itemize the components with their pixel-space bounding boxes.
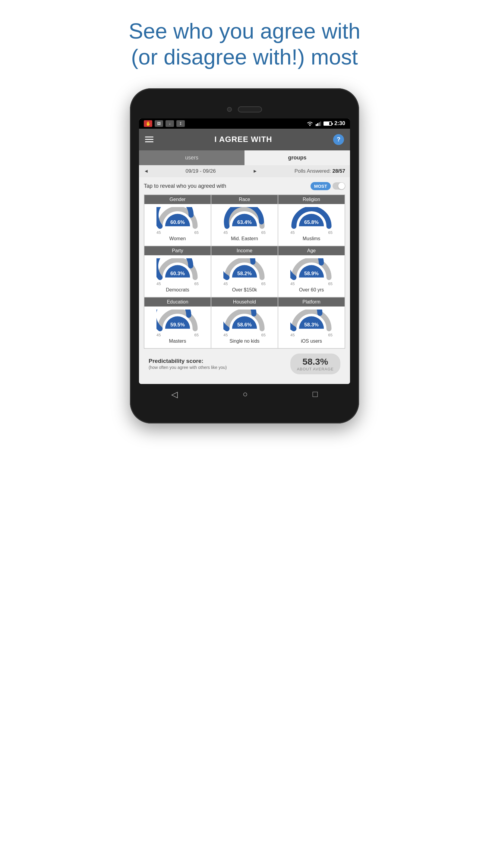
gauge-max: 65 xyxy=(328,333,333,337)
prev-date-arrow[interactable]: ◄ xyxy=(144,168,149,174)
gauge-svg: 58.9% xyxy=(290,258,333,281)
cat-label: Democrats xyxy=(166,287,189,294)
gauge-labels: 45 65 xyxy=(223,230,266,235)
predictability-row: Predictability score: (how often you agr… xyxy=(144,349,345,379)
category-cell-party[interactable]: Party 60.3% 45 65 Democrats xyxy=(144,246,211,297)
status-bar: ✋ 🖼 ↓ ↧ xyxy=(139,119,350,129)
help-button[interactable]: ? xyxy=(333,134,344,145)
home-nav-button[interactable]: ○ xyxy=(243,390,248,399)
tab-users[interactable]: users xyxy=(139,150,245,165)
category-cell-household[interactable]: Household 58.6% 45 65 Single no kids xyxy=(211,297,278,348)
recents-nav-button[interactable]: □ xyxy=(313,390,318,399)
category-cell-income[interactable]: Income 58.2% 45 65 Over $150k xyxy=(211,246,278,297)
pred-label: Predictability score: xyxy=(149,358,227,364)
svg-text:59.5%: 59.5% xyxy=(170,322,185,328)
signal-icon xyxy=(316,121,321,126)
gauge-wrap: 58.6% xyxy=(223,310,266,332)
gauge-svg: 58.2% xyxy=(223,258,266,281)
next-date-arrow[interactable]: ► xyxy=(253,168,257,174)
toggle-switch[interactable]: MOST xyxy=(310,182,345,190)
gauge-container: 60.6% 45 65 Women xyxy=(145,204,211,246)
page-header: See who you agree with (or disagree with… xyxy=(104,0,385,82)
svg-text:63.4%: 63.4% xyxy=(237,219,252,225)
gauge-container: 65.8% 45 65 Muslims xyxy=(278,204,344,246)
hamburger-menu[interactable] xyxy=(145,136,153,142)
cat-label: Masters xyxy=(169,338,186,346)
gauge-min: 45 xyxy=(223,333,227,337)
svg-text:65.8%: 65.8% xyxy=(304,219,319,225)
category-cell-gender[interactable]: Gender 60.6% 45 65 Women xyxy=(144,195,211,246)
svg-text:60.6%: 60.6% xyxy=(170,219,185,225)
gauge-svg: 65.8% xyxy=(290,207,333,230)
cat-label: iOS users xyxy=(301,338,322,346)
gauge-min: 45 xyxy=(156,281,161,286)
category-grid: Gender 60.6% 45 65 Women Race 63.4% 45 6… xyxy=(144,194,345,349)
svg-text:58.6%: 58.6% xyxy=(237,322,252,328)
content-area: Tap to reveal who you agreed with MOST G… xyxy=(139,177,350,384)
gauge-wrap: 65.8% xyxy=(290,207,333,230)
gauge-svg: 60.3% xyxy=(156,258,199,281)
svg-text:58.9%: 58.9% xyxy=(304,271,319,276)
speaker xyxy=(238,106,262,113)
date-range: 09/19 - 09/26 xyxy=(185,168,216,174)
app-title: I AGREE WITH xyxy=(214,135,272,144)
gauge-max: 65 xyxy=(194,230,199,235)
tab-bar: users groups xyxy=(139,150,350,165)
toggle-row: Tap to reveal who you agreed with MOST xyxy=(144,182,345,190)
toggle-most-label: MOST xyxy=(310,182,331,190)
category-cell-education[interactable]: Education 59.5% 45 65 Masters xyxy=(144,297,211,348)
svg-rect-1 xyxy=(316,124,317,126)
cat-header: Household xyxy=(211,298,278,307)
download2-status-icon: ↧ xyxy=(176,120,185,127)
battery-icon xyxy=(324,121,332,126)
cat-header: Education xyxy=(145,298,211,307)
gauge-labels: 45 65 xyxy=(156,281,199,286)
gauge-container: 58.2% 45 65 Over $150k xyxy=(211,255,278,297)
gauge-max: 65 xyxy=(262,333,266,337)
gauge-svg: 58.3% xyxy=(290,310,333,332)
phone-device: ✋ 🖼 ↓ ↧ xyxy=(130,88,359,424)
gauge-min: 45 xyxy=(156,333,161,337)
category-cell-age[interactable]: Age 58.9% 45 65 Over 60 yrs xyxy=(278,246,345,297)
back-nav-button[interactable]: ◁ xyxy=(171,390,178,399)
gauge-min: 45 xyxy=(290,230,295,235)
gauge-min: 45 xyxy=(223,281,227,286)
gauge-wrap: 58.2% xyxy=(223,258,266,281)
gauge-min: 45 xyxy=(223,230,227,235)
gauge-svg: 63.4% xyxy=(223,207,266,230)
gauge-wrap: 58.3% xyxy=(290,310,333,332)
gauge-max: 65 xyxy=(194,281,199,286)
nav-bar: ◁ ○ □ xyxy=(139,384,350,402)
phone-screen: ✋ 🖼 ↓ ↧ xyxy=(139,119,350,384)
tab-groups[interactable]: groups xyxy=(245,150,350,165)
pred-score-sub: ABOUT AVERAGE xyxy=(297,367,334,371)
category-cell-race[interactable]: Race 63.4% 45 65 Mid. Eastern xyxy=(211,195,278,246)
cat-label: Over 60 yrs xyxy=(299,287,324,294)
category-cell-religion[interactable]: Religion 65.8% 45 65 Muslims xyxy=(278,195,345,246)
clock: 2:30 xyxy=(334,120,345,127)
gauge-container: 59.5% 45 65 Masters xyxy=(145,307,211,348)
gauge-svg: 60.6% xyxy=(156,207,199,230)
date-navigation: ◄ 09/19 - 09/26 ► Polls Answered: 28/57 xyxy=(139,165,350,177)
gauge-svg: 59.5% xyxy=(156,310,199,332)
pred-sublabel: (how often you agree with others like yo… xyxy=(149,365,227,370)
cat-header: Race xyxy=(211,195,278,204)
gauge-labels: 45 65 xyxy=(223,281,266,286)
pred-score-value: 58.3% xyxy=(297,356,334,367)
svg-rect-4 xyxy=(320,121,321,126)
gauge-min: 45 xyxy=(156,230,161,235)
cat-header: Income xyxy=(211,246,278,255)
cat-label: Mid. Eastern xyxy=(231,236,258,243)
gauge-wrap: 60.6% xyxy=(156,207,199,230)
gauge-labels: 45 65 xyxy=(290,281,333,286)
toggle-circle[interactable] xyxy=(333,182,345,190)
cat-header: Gender xyxy=(145,195,211,204)
category-cell-platform[interactable]: Platform 58.3% 45 65 iOS users xyxy=(278,297,345,348)
toggle-label: Tap to reveal who you agreed with xyxy=(144,183,226,189)
gauge-max: 65 xyxy=(262,230,266,235)
gauge-min: 45 xyxy=(290,281,295,286)
gauge-container: 58.6% 45 65 Single no kids xyxy=(211,307,278,348)
gauge-wrap: 58.9% xyxy=(290,258,333,281)
gauge-max: 65 xyxy=(328,230,333,235)
cat-label: Muslims xyxy=(303,236,320,243)
